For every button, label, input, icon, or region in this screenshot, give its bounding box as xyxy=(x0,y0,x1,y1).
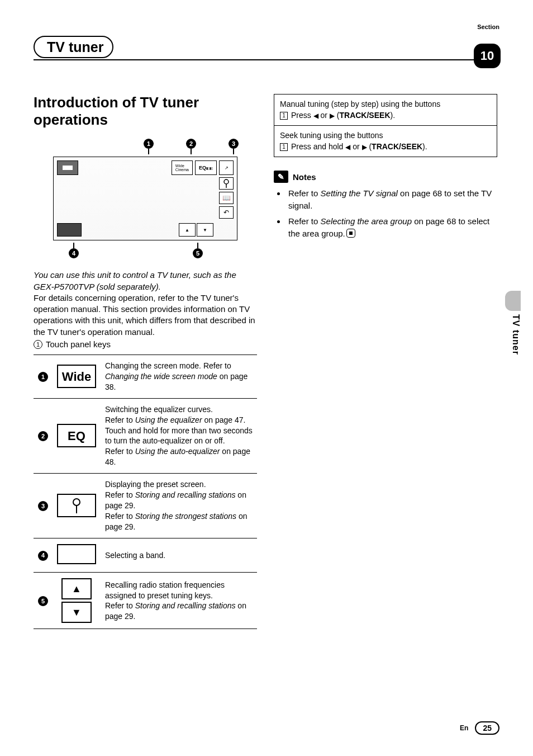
row-num: 1 xyxy=(38,372,48,382)
content-columns: Introduction of TV tuner operations 1 2 … xyxy=(34,94,499,629)
section-number-badge: 10 xyxy=(474,44,501,68)
screen-source-button xyxy=(57,160,78,175)
step-1-icon: 1 xyxy=(280,143,288,151)
screen-book-button: 📖 xyxy=(219,192,234,204)
row-num: 2 xyxy=(38,431,48,441)
end-mark-icon xyxy=(346,229,355,238)
right-arrow-icon xyxy=(362,142,367,151)
row-num: 4 xyxy=(38,551,48,561)
figure-callouts-bottom: 4 5 xyxy=(53,240,237,258)
row-desc: Selecting a band. xyxy=(101,538,257,573)
left-arrow-icon xyxy=(313,111,318,120)
page-heading: Introduction of TV tuner operations xyxy=(34,94,257,129)
table-row: 4 Selecting a band. xyxy=(34,538,257,573)
intro-italic: You can use this unit to control a TV tu… xyxy=(34,270,257,292)
wide-key-icon: Wide xyxy=(57,365,96,388)
table-row: 2 EQ Switching the equalizer curves.Refe… xyxy=(34,398,257,473)
callout-2: 2 xyxy=(186,139,196,154)
updown-key-icon: ▲ ▼ xyxy=(57,578,96,623)
row-num: 5 xyxy=(38,596,48,606)
screen-preset-button xyxy=(219,177,234,190)
list-item: Refer to Setting the TV signal on page 6… xyxy=(286,187,497,212)
callout-3: 3 xyxy=(229,139,239,154)
list-item: Refer to Selecting the area group on pag… xyxy=(286,215,497,240)
notes-header: ✎ Notes xyxy=(274,171,497,183)
band-key-icon xyxy=(57,544,96,564)
screen-wide-button: Wide Cinema xyxy=(172,160,193,175)
header-bar: TV tuner 10 xyxy=(34,36,499,60)
table-row: 1 Wide Changing the screen mode. Refer t… xyxy=(34,355,257,399)
page: Section TV tuner 10 Introduction of TV t… xyxy=(0,0,533,756)
screen-down-button: ▼ xyxy=(197,223,213,237)
side-tab-nub xyxy=(505,291,521,311)
row-desc: Switching the equalizer curves.Refer to … xyxy=(101,398,257,473)
left-column: Introduction of TV tuner operations 1 2 … xyxy=(34,94,257,629)
touch-panel-figure: 1 2 3 Wide Cinema EQ▮▯▮▯ ↗ xyxy=(53,139,237,258)
eq-key-icon: EQ xyxy=(57,424,96,447)
figure-callouts-top: 1 2 3 xyxy=(53,139,237,154)
callout-5: 5 xyxy=(193,243,203,258)
right-arrow-icon xyxy=(330,111,335,120)
svg-point-2 xyxy=(73,499,80,505)
step-1-icon: 1 xyxy=(280,112,288,120)
footer-lang: En xyxy=(460,724,468,732)
screen-return-button: ↶ xyxy=(219,206,234,219)
header-rule xyxy=(34,59,476,60)
screen-illustration: Wide Cinema EQ▮▯▮▯ ↗ 📖 ↶ xyxy=(53,157,237,240)
seek-tuning-cell: Seek tuning using the buttons 1Press and… xyxy=(274,125,497,157)
footer-page-number: 25 xyxy=(475,721,499,735)
row-desc: Recalling radio station frequencies assi… xyxy=(101,573,257,629)
side-tab: TV tuner xyxy=(505,291,521,419)
touch-keys-label: 1Touch panel keys xyxy=(34,339,257,350)
notes-icon: ✎ xyxy=(274,171,288,183)
screen-up-button: ▲ xyxy=(179,223,196,237)
row-num: 3 xyxy=(38,501,48,511)
screen-band-button xyxy=(57,223,82,237)
page-footer: En 25 xyxy=(460,721,499,735)
preset-key-icon xyxy=(57,494,96,517)
section-label: Section xyxy=(477,23,499,30)
row-desc: Displaying the preset screen.Refer to St… xyxy=(101,474,257,538)
screen-expand-button: ↗ xyxy=(219,160,234,175)
right-column: Manual tuning (step by step) using the b… xyxy=(274,94,497,629)
circled-1-icon: 1 xyxy=(34,340,42,349)
side-tab-label: TV tuner xyxy=(505,314,521,355)
tuning-methods-box: Manual tuning (step by step) using the b… xyxy=(274,94,497,157)
intro-plain: For details concerning operation, refer … xyxy=(34,292,257,338)
section-tab-title: TV tuner xyxy=(47,39,103,55)
left-arrow-icon xyxy=(345,142,350,151)
screen-eq-button: EQ▮▯▮▯ xyxy=(195,160,217,175)
table-row: 5 ▲ ▼ Recalling radio station frequencie… xyxy=(34,573,257,629)
touch-keys-table: 1 Wide Changing the screen mode. Refer t… xyxy=(34,355,257,629)
manual-tuning-cell: Manual tuning (step by step) using the b… xyxy=(274,94,497,125)
notes-list: Refer to Setting the TV signal on page 6… xyxy=(274,187,497,239)
callout-4: 4 xyxy=(69,243,79,258)
row-desc: Changing the screen mode. Refer to Chang… xyxy=(101,355,257,399)
table-row: 3 Displaying the preset screen.Refer to … xyxy=(34,474,257,538)
section-tab: TV tuner xyxy=(34,36,113,58)
callout-1: 1 xyxy=(144,139,154,154)
svg-point-0 xyxy=(224,179,229,184)
